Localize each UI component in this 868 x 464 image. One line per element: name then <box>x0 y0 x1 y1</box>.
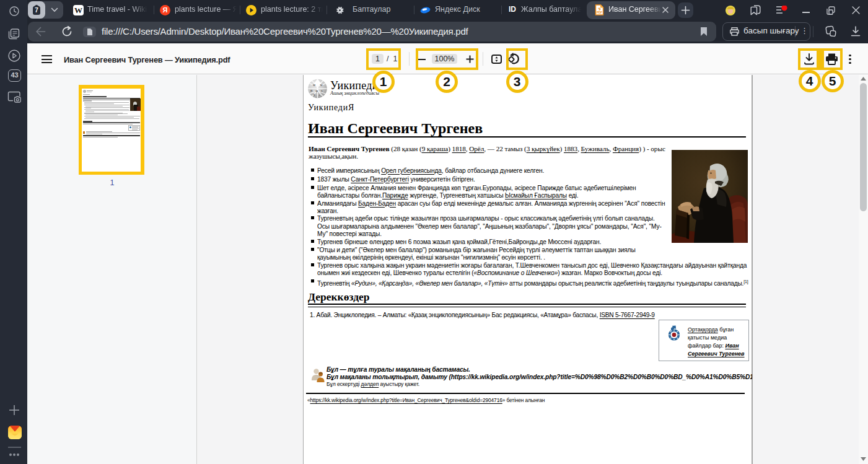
svg-text:א: א <box>321 89 323 92</box>
svg-text:9: 9 <box>313 94 315 97</box>
svg-text:M: M <box>313 84 315 87</box>
svg-text:中: 中 <box>316 90 318 93</box>
svg-text:7: 7 <box>35 7 38 14</box>
svg-text:PDF: PDF <box>597 11 602 14</box>
